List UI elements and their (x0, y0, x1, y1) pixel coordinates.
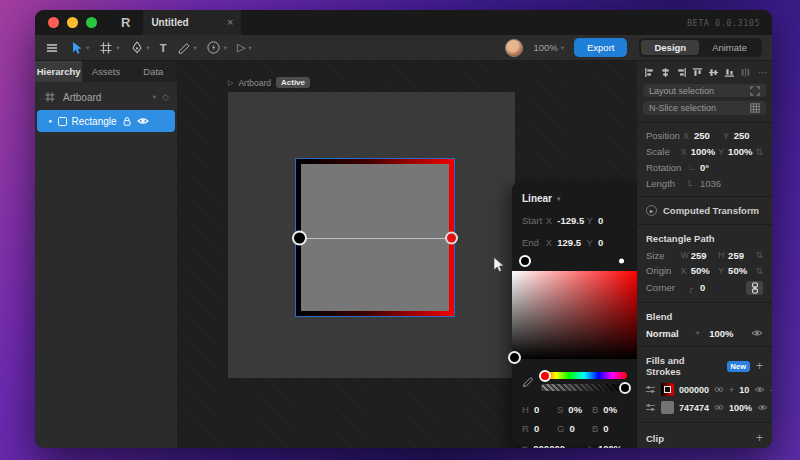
minimize-window-button[interactable] (67, 17, 78, 28)
stepper-icon[interactable]: ⇅ (755, 250, 763, 260)
position-x-field[interactable]: 250 (694, 130, 723, 141)
chevron-down-icon[interactable]: ▾ (86, 44, 89, 52)
b-field[interactable]: 0% (603, 404, 617, 415)
export-button[interactable]: Export (574, 38, 627, 57)
gradient-stop-start-handle[interactable] (292, 230, 307, 245)
alpha-knob[interactable] (619, 382, 631, 394)
sliders-icon[interactable] (645, 402, 656, 413)
tab-design[interactable]: Design (641, 40, 699, 55)
gradient-stop-black[interactable] (519, 255, 531, 267)
stroke-color-swatch[interactable] (661, 383, 674, 396)
eyedropper-icon[interactable] (522, 376, 534, 388)
distribute-icon[interactable] (740, 67, 751, 78)
computed-transform-section[interactable]: ▸ Computed Transform (637, 202, 772, 219)
tab-animate[interactable]: Animate (699, 40, 760, 55)
alpha-field[interactable]: 100% (598, 443, 622, 448)
g-field[interactable]: 0 (569, 423, 574, 434)
end-y-field[interactable]: 0 (598, 237, 627, 248)
align-bottom-icon[interactable] (724, 67, 735, 78)
fill-hex-field[interactable]: 747474 (679, 403, 709, 413)
add-fill-icon[interactable]: + (756, 359, 763, 373)
fill-color-swatch[interactable] (661, 401, 674, 414)
tag-icon[interactable]: ◇ (162, 92, 169, 102)
hex-field[interactable]: 000000 (533, 443, 565, 448)
fill-row[interactable]: 747474 100% — (637, 399, 772, 417)
align-left-icon[interactable] (644, 67, 655, 78)
start-y-field[interactable]: 0 (598, 215, 627, 226)
chevron-down-icon[interactable]: ▾ (153, 93, 156, 101)
align-center-h-icon[interactable] (660, 67, 671, 78)
tab-data[interactable]: Data (130, 61, 177, 82)
lock-icon[interactable] (122, 116, 132, 127)
artboard-surface[interactable] (228, 92, 515, 378)
chevron-down-icon[interactable]: ▾ (194, 44, 197, 52)
blend-opacity-field[interactable]: 100% (709, 328, 742, 339)
size-h-field[interactable]: 259 (728, 250, 755, 261)
color-cursor[interactable] (508, 351, 521, 364)
tab-hierarchy[interactable]: Hierarchy (35, 61, 82, 82)
tree-item-rectangle[interactable]: ▸ Rectangle (37, 110, 175, 132)
select-tool[interactable]: ▾ (69, 41, 89, 55)
align-top-icon[interactable] (692, 67, 703, 78)
chevron-down-icon[interactable]: ▾ (249, 44, 252, 52)
position-y-field[interactable]: 250 (734, 130, 763, 141)
r-field[interactable]: 0 (534, 423, 539, 434)
align-right-icon[interactable] (676, 67, 687, 78)
align-middle-v-icon[interactable] (708, 67, 719, 78)
stepper-icon[interactable]: ⇅ (755, 147, 763, 157)
link-icon[interactable] (714, 403, 724, 412)
scale-x-field[interactable]: 100% (691, 146, 718, 157)
saturation-brightness-area[interactable] (512, 271, 637, 359)
more-options-icon[interactable]: ⋯ (758, 67, 768, 78)
b-field[interactable]: 0 (603, 423, 608, 434)
close-tab-icon[interactable]: × (227, 17, 233, 28)
zoom-dropdown[interactable]: 100% ▾ (533, 42, 564, 53)
artboard-tool[interactable]: ▾ (99, 41, 119, 55)
remove-icon[interactable]: — (770, 384, 772, 395)
scale-y-field[interactable]: 100% (728, 146, 755, 157)
sliders-icon[interactable] (645, 384, 656, 395)
eye-icon[interactable] (137, 116, 149, 126)
corner-field[interactable]: 0 (700, 282, 733, 293)
blend-mode-dropdown[interactable]: Normal (646, 328, 692, 339)
states-tool[interactable]: ▾ (207, 41, 227, 55)
origin-y-field[interactable]: 50% (728, 265, 755, 276)
text-tool[interactable]: T (160, 42, 167, 54)
close-window-button[interactable] (48, 17, 59, 28)
size-w-field[interactable]: 259 (691, 250, 718, 261)
hue-slider[interactable] (541, 372, 627, 379)
layout-selection-button[interactable]: Layout selection (643, 84, 766, 97)
chevron-down-icon[interactable]: ▾ (116, 44, 119, 52)
gradient-axis-line[interactable] (299, 238, 451, 239)
chevron-down-icon[interactable]: ▾ (224, 44, 227, 52)
end-x-field[interactable]: 129.5 (557, 237, 586, 248)
gradient-type-dropdown[interactable]: Linear ▾ (522, 193, 627, 204)
stepper-icon[interactable]: ⇅ (755, 266, 763, 276)
stroke-width-field[interactable]: 10 (739, 385, 749, 395)
gradient-stop-red[interactable] (619, 259, 624, 264)
tree-item-artboard[interactable]: Artboard ▾ ◇ (35, 85, 177, 109)
stroke-hex-field[interactable]: 000000 (679, 385, 709, 395)
tab-assets[interactable]: Assets (82, 61, 129, 82)
corner-link-button[interactable] (746, 281, 763, 295)
rotation-field[interactable]: 0° (700, 162, 733, 173)
chevron-down-icon[interactable]: ▾ (147, 44, 150, 52)
pencil-tool[interactable]: ▾ (177, 41, 197, 55)
play-tool[interactable]: ▷ ▾ (237, 41, 252, 54)
eye-icon[interactable] (751, 328, 763, 338)
main-menu-button[interactable] (45, 41, 59, 55)
artboard-label[interactable]: ▷ Artboard Active (228, 77, 310, 88)
s-field[interactable]: 0% (568, 404, 582, 415)
alpha-slider[interactable] (541, 384, 627, 391)
gradient-stop-end-handle[interactable] (445, 231, 458, 244)
stroke-row[interactable]: 000000 + 10 — (637, 380, 772, 398)
eye-icon[interactable] (757, 403, 768, 412)
start-x-field[interactable]: -129.5 (557, 215, 586, 226)
rectangle-shape[interactable] (296, 159, 454, 316)
canvas[interactable]: ▷ Artboard Active Linear ▾ (178, 61, 637, 448)
fill-opacity-field[interactable]: 100% (729, 403, 752, 413)
hue-knob[interactable] (539, 370, 551, 382)
chevron-right-icon[interactable]: ▸ (49, 117, 53, 125)
link-icon[interactable] (714, 385, 724, 394)
add-clip-icon[interactable]: + (756, 431, 763, 445)
